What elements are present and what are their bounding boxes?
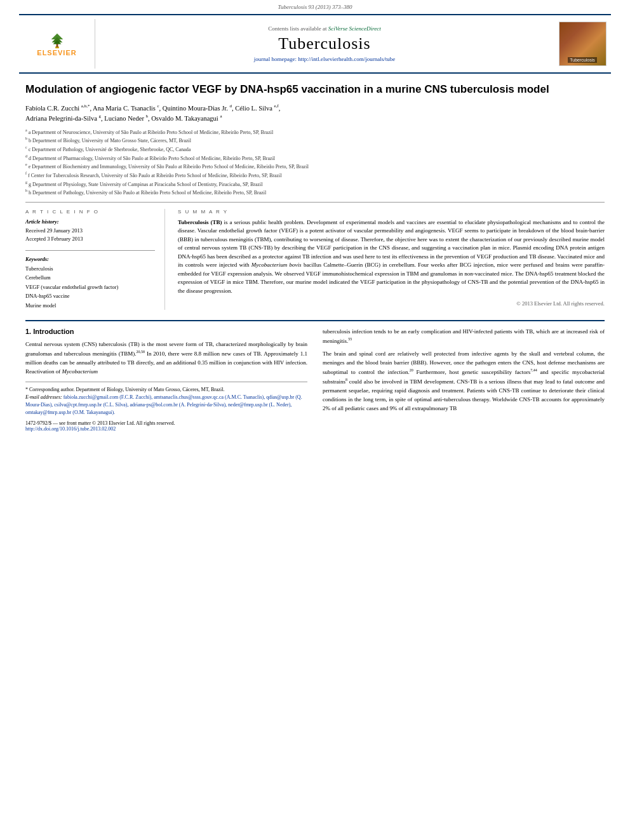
- footnote-issn: 1472-9792/$ — see front matter © 2013 El…: [25, 420, 307, 426]
- publisher-logo-area: ELSEVIER: [19, 19, 95, 69]
- affiliations: a a Department of Neuroscience, Universi…: [25, 128, 605, 197]
- article-info-col: A R T I C L E I N F O Article history: R…: [25, 209, 165, 310]
- body-col-left: 1. Introduction Central nervous system (…: [25, 328, 307, 432]
- keyword-list: Tuberculosis Cerebellum VEGF (vascular e…: [25, 264, 155, 310]
- keyword-item: DNA-hsp65 vaccine: [25, 291, 155, 300]
- article-history: Article history: Received 29 January 201…: [25, 218, 155, 244]
- intro-para-3: The brain and spinal cord are relatively…: [323, 350, 605, 413]
- homepage-link[interactable]: journal homepage: http://intl.elsevierhe…: [254, 56, 395, 62]
- summary-header: S U M M A R Y: [178, 209, 605, 215]
- intro-para-2: tuberculosis infection tends to be an ea…: [323, 328, 605, 346]
- body-col-right: tuberculosis infection tends to be an ea…: [323, 328, 605, 432]
- article-meta-area: A R T I C L E I N F O Article history: R…: [25, 209, 605, 310]
- received-date: Received 29 January 2013: [25, 227, 155, 236]
- keywords-section: Keywords: Tuberculosis Cerebellum VEGF (…: [25, 256, 155, 310]
- journal-title: Tuberculosis: [278, 34, 370, 53]
- elsevier-logo: ELSEVIER: [29, 31, 86, 57]
- journal-thumbnail-area: Tuberculosis: [554, 19, 611, 69]
- accepted-date: Accepted 3 February 2013: [25, 235, 155, 244]
- intro-para-1: Central nervous system (CNS) tuberculosi…: [25, 340, 307, 377]
- journal-thumbnail: Tuberculosis: [559, 22, 607, 66]
- footnotes: * Corresponding author. Department of Bi…: [25, 382, 307, 432]
- keyword-item: VEGF (vascular endothelial growth factor…: [25, 283, 155, 291]
- page: Tuberculosis 93 (2013) 373–380 ELSEVIER: [0, 0, 630, 840]
- copyright-line: © 2013 Elsevier Ltd. All rights reserved…: [178, 300, 605, 307]
- article-content: Modulation of angiogenic factor VEGF by …: [0, 76, 630, 444]
- article-title: Modulation of angiogenic factor VEGF by …: [25, 83, 605, 97]
- journal-homepage: journal homepage: http://intl.elsevierhe…: [254, 56, 395, 62]
- authors-line: Fabíola C.R. Zucchi a,b,*, Ana Maria C. …: [25, 103, 605, 124]
- journal-citation: Tuberculosis 93 (2013) 373–380: [0, 0, 630, 11]
- divider: [25, 202, 605, 203]
- keyword-item: Cerebellum: [25, 273, 155, 282]
- body-two-col: 1. Introduction Central nervous system (…: [25, 328, 605, 432]
- footnote-email: E-mail addresses: fabiola.zucchi@gmail.c…: [25, 394, 307, 417]
- keywords-label: Keywords:: [25, 256, 155, 262]
- sciverse-link[interactable]: SciVerse ScienceDirect: [328, 25, 381, 32]
- citation-text: Tuberculosis 93 (2013) 373–380: [278, 4, 352, 10]
- journal-header: ELSEVIER Contents lists available at Sci…: [19, 14, 611, 74]
- footnote-star: * Corresponding author. Department of Bi…: [25, 386, 307, 394]
- elsevier-brand-text: ELSEVIER: [37, 49, 76, 57]
- body-section: 1. Introduction Central nervous system (…: [25, 320, 605, 432]
- keywords-divider: [25, 250, 155, 251]
- sciverse-line: Contents lists available at SciVerse Sci…: [268, 25, 380, 32]
- summary-col: S U M M A R Y Tuberculosis (TB) is a ser…: [178, 209, 605, 310]
- tb-thumb-label: Tuberculosis: [568, 57, 596, 63]
- keyword-item: Murine model: [25, 301, 155, 310]
- footnote-doi[interactable]: http://dx.doi.org/10.1016/j.tube.2013.02…: [25, 426, 307, 432]
- journal-title-area: Contents lists available at SciVerse Sci…: [95, 19, 554, 69]
- elsevier-tree-icon: [46, 31, 69, 49]
- section1-title: 1. Introduction: [25, 328, 307, 335]
- article-info-header: A R T I C L E I N F O: [25, 209, 155, 215]
- keyword-item: Tuberculosis: [25, 264, 155, 273]
- summary-text: Tuberculosis (TB) is a serious public he…: [178, 218, 605, 296]
- history-label: Article history:: [25, 218, 155, 225]
